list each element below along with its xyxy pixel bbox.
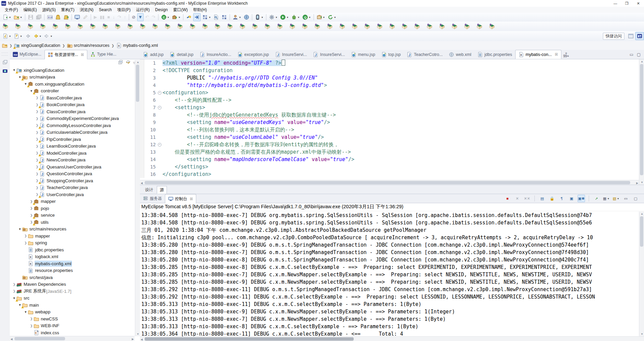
expand-chevron-icon[interactable]: ❯	[23, 234, 28, 238]
tree-item[interactable]: ❯WEB-INF	[10, 322, 135, 330]
minimize-editor-icon[interactable]: ▭	[630, 52, 633, 57]
code-line-14[interactable]: 14 <setting name="mapUnderscoreToCamelCa…	[140, 156, 639, 163]
tree-item[interactable]: ❯JShoppingController.java	[10, 177, 135, 184]
open-wizard-package-button[interactable]	[226, 22, 234, 30]
open-wizard-package-button[interactable]	[101, 22, 109, 30]
close-tab-icon[interactable]: ☒	[555, 53, 558, 56]
open-wizard-package-button[interactable]	[388, 22, 396, 30]
menu-运行R[interactable]: 运行(R)	[133, 7, 152, 13]
editor-tab-detail-jsp[interactable]: detail.jsp	[167, 50, 196, 59]
expand-chevron-icon[interactable]: ❯	[35, 131, 39, 134]
tree-item[interactable]: ❯newCSS	[10, 315, 135, 322]
back-dropdown-icon[interactable]: ▼	[39, 35, 41, 37]
new-package-button[interactable]: ▼	[171, 13, 181, 21]
open-wizard-package-button[interactable]	[263, 22, 271, 30]
open-wizard-package-button[interactable]	[351, 22, 359, 30]
open-wizard-package-button[interactable]	[276, 22, 284, 30]
code-line-3[interactable]: 3 PUBLIC "-//mybatis.org//DTD Config 3.0…	[140, 74, 639, 82]
expand-chevron-icon[interactable]: ❯	[29, 207, 34, 210]
open-wizard-package-button[interactable]	[14, 22, 22, 30]
console-view-tab-控制台[interactable]: 控制台☒	[165, 194, 196, 204]
new-web-project-dropdown-icon[interactable]: ▼	[323, 16, 325, 19]
open-wizard-package-button[interactable]	[114, 22, 122, 30]
next-edit-location-button[interactable]: ▼	[13, 32, 23, 40]
editor-tab-menu-jsp[interactable]: menu.jsp	[348, 50, 378, 59]
skip-breakpoints-button[interactable]: ⊘	[131, 13, 137, 21]
tree-item[interactable]: ❯JLearnBookController.java	[10, 143, 135, 150]
run-button[interactable]: ▼	[279, 13, 290, 21]
new-java-class-dropdown-icon[interactable]: ▼	[167, 16, 170, 19]
tree-item[interactable]: jdbc.properties	[10, 246, 135, 253]
resume-button[interactable]: ▶	[93, 13, 98, 21]
open-wizard-package-button[interactable]	[413, 22, 421, 30]
collapse-chevron-icon[interactable]: ▼	[18, 227, 22, 231]
tree-vertical-scrollbar[interactable]: ▲ ▼	[135, 60, 140, 336]
tree-item[interactable]: ❯JQuestionController.java	[10, 170, 135, 178]
tree-item[interactable]: ❯Maven Dependencies	[10, 281, 135, 288]
tree-item[interactable]: ▼src	[10, 295, 135, 302]
menu-Design[interactable]: Design	[152, 7, 170, 13]
collapse-all-icon[interactable]	[118, 60, 123, 66]
open-wizard-package-button[interactable]	[313, 22, 321, 30]
new-project-dropdown-icon[interactable]: ▼	[20, 16, 22, 19]
breadcrumb-item[interactable]: xingGuangEducation	[14, 43, 60, 48]
quick-access-button[interactable]: 快捷访问	[603, 33, 624, 40]
code-line-5[interactable]: 5−<configuration>	[140, 89, 639, 96]
expand-chevron-icon[interactable]: ❯	[35, 186, 39, 189]
tree-item[interactable]: ▼main	[10, 302, 135, 309]
console-vertical-scrollbar[interactable]: ▲ ▼	[639, 212, 644, 336]
profile-button[interactable]: Q▼	[301, 13, 312, 21]
view-tab-Type Hie[interactable]: Type Hie...	[87, 50, 119, 59]
view-tab-MyEclipse[interactable]: meMyEclipse...	[10, 50, 45, 59]
code-line-4[interactable]: 4 "http://mybatis.org/dtd/mybatis-3-conf…	[140, 82, 639, 89]
editor-tab-exception-jsp[interactable]: exception.jsp	[234, 50, 272, 59]
display-console-button[interactable]: ▦▼	[603, 195, 610, 202]
open-wizard-package-button[interactable]	[164, 22, 172, 30]
editor-horizontal-scrollbar[interactable]: ◀ ▶	[140, 180, 639, 185]
tree-item[interactable]: ▼src/main/resources	[10, 226, 135, 233]
export-war-button[interactable]	[62, 13, 70, 21]
editor-tab-top-jsp[interactable]: top.jsp	[378, 50, 404, 59]
minimize-window-icon[interactable]: —	[610, 0, 621, 6]
new-wizard-button[interactable]: ▼	[2, 13, 12, 21]
open-wizard-package-button[interactable]	[26, 22, 34, 30]
pin-console-button[interactable]: ▣	[568, 195, 575, 202]
expand-chevron-icon[interactable]: ❯	[35, 117, 39, 120]
code-line-15[interactable]: 15 </settings>	[140, 163, 639, 170]
view-tab-包资源管理[interactable]: 包资源管理...☒	[45, 50, 87, 59]
tree-item[interactable]: ❯JBassCotroller.java	[10, 94, 135, 101]
open-wizard-package-button[interactable]	[338, 22, 346, 30]
new-user-button[interactable]: ▼	[232, 13, 242, 21]
editor-tab-InsureServi[interactable]: JInsureServi...	[272, 50, 310, 59]
open-wizard-package-button[interactable]	[51, 22, 59, 30]
open-wizard-package-button[interactable]	[176, 22, 184, 30]
device-dropdown-icon[interactable]: ▼	[261, 16, 263, 19]
debug-dropdown-icon[interactable]: ▼	[297, 16, 300, 19]
breadcrumb-item[interactable]: src/main/resources	[67, 43, 110, 48]
tree-item[interactable]: ❯service	[10, 212, 135, 219]
tree-item[interactable]: ❯JQuesansUserController.java	[10, 163, 135, 170]
forward-button[interactable]: ▼	[43, 32, 54, 40]
open-wizard-package-button[interactable]	[89, 22, 97, 30]
device-button[interactable]: ▼	[254, 13, 264, 21]
tree-item[interactable]: ❯JCommodityLessonController.java	[10, 122, 135, 129]
grid-view-dropdown-icon[interactable]: ▼	[208, 16, 211, 19]
external-tools-button[interactable]: ▼	[268, 13, 279, 21]
word-wrap-button[interactable]: ¶	[558, 195, 565, 202]
open-wizard-package-button[interactable]	[438, 22, 446, 30]
display-console-dropdown-icon[interactable]: ▼	[607, 197, 610, 200]
menu-编辑E[interactable]: 编辑(E)	[21, 7, 39, 13]
terminate-process-button[interactable]: ■	[504, 195, 511, 202]
editor-tab-add-jsp[interactable]: add.jsp	[140, 50, 167, 59]
expand-chevron-icon[interactable]: ❯	[12, 289, 17, 293]
tree-item[interactable]: ▼src/main/java	[10, 74, 135, 81]
suspend-button[interactable]: ▮▮	[99, 13, 106, 21]
hidden-tabs-overflow-button[interactable]: »99+	[561, 50, 571, 59]
external-tools-dropdown-icon[interactable]: ▼	[275, 16, 277, 19]
expand-chevron-icon[interactable]: ❯	[35, 96, 39, 99]
last-edit-location-button[interactable]: ▼	[2, 32, 12, 40]
open-console-button[interactable]: ▧▼	[612, 195, 620, 202]
open-type-button[interactable]	[185, 13, 193, 21]
editor-mode-tab-源[interactable]: 源	[157, 186, 167, 194]
terminate-button[interactable]: ■	[106, 13, 111, 21]
